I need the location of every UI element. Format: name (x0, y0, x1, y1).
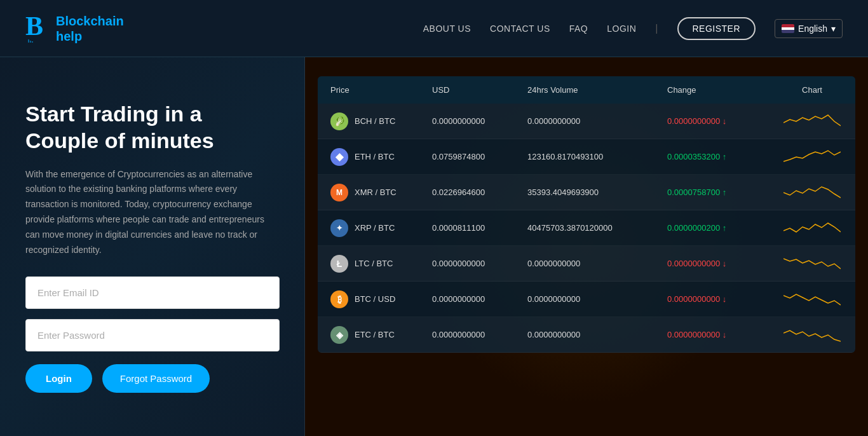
logo[interactable]: B Blockchain help (25, 11, 124, 46)
hero-description: With the emergence of Cryptocurrencies a… (25, 167, 280, 258)
pair-name: XRP / BTC (355, 223, 395, 233)
table-row[interactable]: ◈ ETC / BTC 0.0000000000 0.0000000000 0.… (318, 317, 855, 353)
nav-divider: | (655, 23, 658, 34)
bch-icon: 🥬 (330, 112, 348, 130)
change-value: 0.0000758700 ↑ (667, 187, 782, 197)
change-value: 0.0000000000 ↓ (667, 330, 782, 339)
language-label: English (798, 24, 827, 34)
price-value: 0.0000811100 (432, 223, 527, 233)
chart-cell (782, 288, 843, 310)
col-change: Change (667, 85, 782, 95)
volume-value: 35393.4049693900 (527, 187, 667, 197)
table-row[interactable]: M XMR / BTC 0.0226964600 35393.404969390… (318, 175, 855, 210)
change-value: 0.0000000200 ↑ (667, 223, 782, 233)
chart-cell (782, 110, 843, 132)
right-panel: Price USD 24hrs Volume Change Chart 🥬 BC… (305, 57, 868, 436)
pair-name: BTC / USD (355, 294, 395, 304)
change-value: 0.0000000000 ↓ (667, 116, 782, 126)
volume-value: 40475703.3870120000 (527, 223, 667, 233)
change-value: 0.0000000000 ↓ (667, 259, 782, 268)
header: B Blockchain help ABOUT US CONTACT US FA… (0, 0, 868, 57)
volume-value: 0.0000000000 (527, 116, 667, 126)
pair-name: XMR / BTC (355, 187, 397, 197)
price-value: 0.0759874800 (432, 152, 527, 161)
table-row[interactable]: Ł LTC / BTC 0.0000000000 0.0000000000 0.… (318, 246, 855, 282)
password-input[interactable] (25, 319, 280, 351)
col-chart: Chart (782, 85, 843, 95)
email-input[interactable] (25, 276, 280, 309)
chart-cell (782, 324, 843, 346)
pair-name: ETH / BTC (355, 152, 395, 161)
pair-name: BCH / BTC (355, 116, 395, 126)
nav-about[interactable]: ABOUT US (423, 24, 471, 34)
btc-icon: ₿ (330, 290, 348, 308)
chart-cell (782, 217, 843, 239)
price-value: 0.0000000000 (432, 330, 527, 339)
hero-title: Start Trading in a Couple of minutes (25, 100, 280, 154)
col-volume: 24hrs Volume (527, 85, 667, 95)
nav-login[interactable]: LOGIN (607, 24, 636, 34)
pair-cell: ₿ BTC / USD (330, 290, 432, 308)
volume-value: 0.0000000000 (527, 294, 667, 304)
nav-faq[interactable]: FAQ (569, 24, 588, 34)
table-header: Price USD 24hrs Volume Change Chart (318, 76, 855, 104)
pair-cell: Ł LTC / BTC (330, 255, 432, 273)
chevron-down-icon: ▾ (831, 24, 836, 34)
change-value: 0.0000353200 ↑ (667, 152, 782, 161)
pair-cell: ◆ ETH / BTC (330, 148, 432, 166)
etc-icon: ◈ (330, 326, 348, 344)
login-button[interactable]: Login (25, 364, 92, 393)
col-usd: USD (432, 85, 527, 95)
table-row[interactable]: 🥬 BCH / BTC 0.0000000000 0.0000000000 0.… (318, 104, 855, 139)
table-row[interactable]: ₿ BTC / USD 0.0000000000 0.0000000000 0.… (318, 282, 855, 317)
col-price: Price (330, 85, 432, 95)
price-value: 0.0226964600 (432, 187, 527, 197)
ltc-icon: Ł (330, 255, 348, 273)
header-nav: ABOUT US CONTACT US FAQ LOGIN | REGISTER… (423, 17, 843, 40)
language-selector[interactable]: English ▾ (775, 19, 843, 38)
form-buttons: Login Forgot Password (25, 364, 280, 393)
nav-contact[interactable]: CONTACT US (490, 24, 550, 34)
pair-cell: 🥬 BCH / BTC (330, 112, 432, 130)
left-panel: Start Trading in a Couple of minutes Wit… (0, 57, 305, 436)
pair-cell: M XMR / BTC (330, 184, 432, 201)
change-value: 0.0000000000 ↓ (667, 294, 782, 304)
volume-value: 0.0000000000 (527, 259, 667, 268)
price-value: 0.0000000000 (432, 294, 527, 304)
volume-value: 123160.8170493100 (527, 152, 667, 161)
main-content: Start Trading in a Couple of minutes Wit… (0, 57, 868, 436)
price-value: 0.0000000000 (432, 116, 527, 126)
chart-cell (782, 146, 843, 168)
chart-cell (782, 252, 843, 275)
xrp-icon: ✦ (330, 219, 348, 237)
logo-icon: B (25, 11, 51, 46)
svg-text:B: B (25, 11, 43, 41)
pair-cell: ◈ ETC / BTC (330, 326, 432, 344)
trading-table: Price USD 24hrs Volume Change Chart 🥬 BC… (318, 76, 855, 353)
pair-name: ETC / BTC (355, 330, 395, 339)
table-row[interactable]: ◆ ETH / BTC 0.0759874800 123160.81704931… (318, 139, 855, 175)
table-row[interactable]: ✦ XRP / BTC 0.0000811100 40475703.387012… (318, 210, 855, 246)
chart-cell (782, 181, 843, 203)
flag-icon (782, 24, 794, 33)
register-button[interactable]: REGISTER (677, 17, 756, 40)
volume-value: 0.0000000000 (527, 330, 667, 339)
logo-text: Blockchain help (56, 13, 124, 44)
eth-icon: ◆ (330, 148, 348, 166)
pair-cell: ✦ XRP / BTC (330, 219, 432, 237)
forgot-password-button[interactable]: Forgot Password (102, 364, 210, 393)
xmr-icon: M (330, 184, 348, 201)
price-value: 0.0000000000 (432, 259, 527, 268)
pair-name: LTC / BTC (355, 259, 393, 268)
